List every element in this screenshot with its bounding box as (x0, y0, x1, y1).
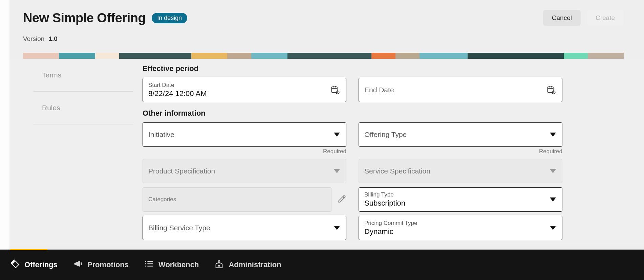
chevron-down-icon (334, 226, 340, 230)
service-spec-label: Service Specification (364, 167, 542, 175)
billing-service-type-label: Billing Service Type (148, 224, 326, 232)
offering-type-select[interactable]: Offering Type (359, 122, 562, 147)
left-pad (9, 59, 33, 246)
svg-rect-21 (218, 261, 220, 263)
svg-line-6 (338, 93, 338, 93)
pricing-commit-type-label: Pricing Commit Type (364, 220, 542, 227)
create-button[interactable]: Create (587, 10, 624, 26)
page-title: New Simple Offering (23, 11, 146, 25)
offering-type-label: Offering Type (364, 131, 542, 139)
start-date-value: 8/22/24 12:00 AM (148, 89, 326, 98)
sidebar-item-rules[interactable]: Rules (33, 92, 133, 124)
bottom-nav-offerings[interactable]: Offerings (10, 259, 58, 271)
row-billing-service-pricing: Billing Service Type Pricing Commit Type… (143, 216, 562, 240)
svg-line-13 (554, 93, 554, 93)
calendar-icon[interactable] (330, 85, 340, 95)
version-label: Version (23, 35, 44, 43)
row-effective-period: Start Date 8/22/24 12:00 AM (143, 78, 562, 102)
svg-point-14 (12, 261, 14, 262)
initiative-select[interactable]: Initiative (143, 122, 346, 147)
pricing-commit-type-value: Dynamic (364, 227, 542, 236)
tag-icon (10, 259, 20, 271)
left-gutter (0, 0, 9, 254)
bottom-nav-promotions[interactable]: Promotions (73, 259, 129, 271)
list-icon (144, 259, 154, 271)
section-title-effective-period: Effective period (143, 64, 621, 73)
bottom-nav-administration[interactable]: Administration (214, 259, 281, 271)
row-categories-billing: Categories Billing Type Subscript (143, 187, 562, 212)
lock-icon (214, 259, 224, 271)
bottom-nav-workbench[interactable]: Workbench (144, 259, 199, 271)
page-container: New Simple Offering In design Cancel Cre… (9, 0, 644, 254)
bottom-nav-label: Workbench (158, 260, 199, 269)
row-specifications: Product Specification Service Specificat… (143, 159, 562, 183)
product-spec-label: Product Specification (148, 167, 326, 175)
start-date-label: Start Date (148, 82, 326, 89)
page-header: New Simple Offering In design Cancel Cre… (9, 0, 644, 59)
chevron-down-icon (550, 197, 556, 202)
megaphone-icon (73, 259, 83, 271)
bottom-nav: Offerings Promotions Workbench (0, 250, 644, 280)
svg-point-18 (145, 261, 146, 262)
edit-icon[interactable] (338, 194, 346, 205)
right-pad (630, 59, 644, 246)
bottom-nav-label: Promotions (87, 260, 129, 269)
chevron-down-icon (550, 169, 556, 173)
pricing-commit-type-select[interactable]: Pricing Commit Type Dynamic (359, 216, 562, 240)
cancel-button[interactable]: Cancel (543, 10, 581, 26)
status-badge: In design (152, 13, 187, 23)
page-body: Terms Rules Effective period Start Date … (9, 59, 644, 246)
categories-label: Categories (148, 196, 326, 203)
title-wrap: New Simple Offering In design (23, 11, 187, 25)
calendar-icon[interactable] (546, 85, 556, 95)
chevron-down-icon (334, 133, 340, 137)
chevron-down-icon (550, 133, 556, 137)
categories-wrap: Categories (143, 187, 346, 212)
chevron-down-icon (550, 226, 556, 230)
header-row: New Simple Offering In design Cancel Cre… (23, 10, 624, 26)
end-date-label: End Date (364, 86, 542, 94)
billing-type-value: Subscription (364, 199, 542, 208)
product-spec-select[interactable]: Product Specification (143, 159, 346, 183)
side-nav: Terms Rules (33, 59, 133, 246)
sidebar-item-terms[interactable]: Terms (33, 59, 133, 92)
start-date-field[interactable]: Start Date 8/22/24 12:00 AM (143, 78, 346, 102)
offering-type-required: Required (359, 148, 562, 155)
categories-field[interactable]: Categories (143, 187, 331, 212)
header-actions: Cancel Create (543, 10, 624, 26)
row-initiative-offering: Initiative Required Offering Type R (143, 122, 562, 155)
svg-point-20 (145, 266, 146, 267)
svg-point-19 (145, 263, 146, 264)
service-spec-select[interactable]: Service Specification (359, 159, 562, 183)
version-value: 1.0 (48, 35, 57, 43)
billing-type-label: Billing Type (364, 191, 542, 198)
end-date-field[interactable]: End Date (359, 78, 562, 102)
chevron-down-icon (334, 169, 340, 173)
version-row: Version 1.0 (23, 35, 624, 43)
billing-type-select[interactable]: Billing Type Subscription (359, 187, 562, 212)
initiative-required: Required (143, 148, 346, 155)
form-content: Effective period Start Date 8/22/24 12:0… (133, 59, 630, 246)
svg-point-22 (219, 265, 220, 266)
section-title-other-info: Other information (143, 109, 621, 118)
billing-service-type-select[interactable]: Billing Service Type (143, 216, 346, 240)
active-tab-indicator (10, 249, 47, 250)
initiative-label: Initiative (148, 131, 326, 139)
bottom-nav-label: Offerings (24, 260, 58, 269)
decorative-strip (23, 53, 624, 59)
bottom-nav-label: Administration (229, 260, 281, 269)
